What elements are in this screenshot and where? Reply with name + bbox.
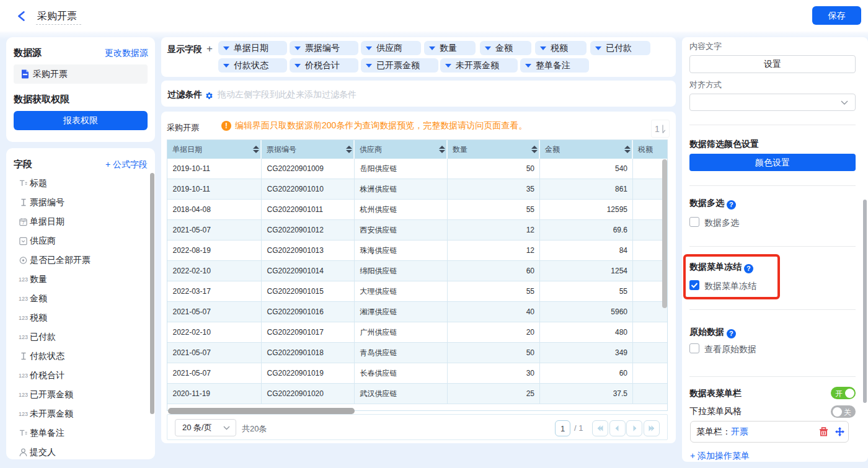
svg-text:7: 7 [22, 220, 24, 226]
